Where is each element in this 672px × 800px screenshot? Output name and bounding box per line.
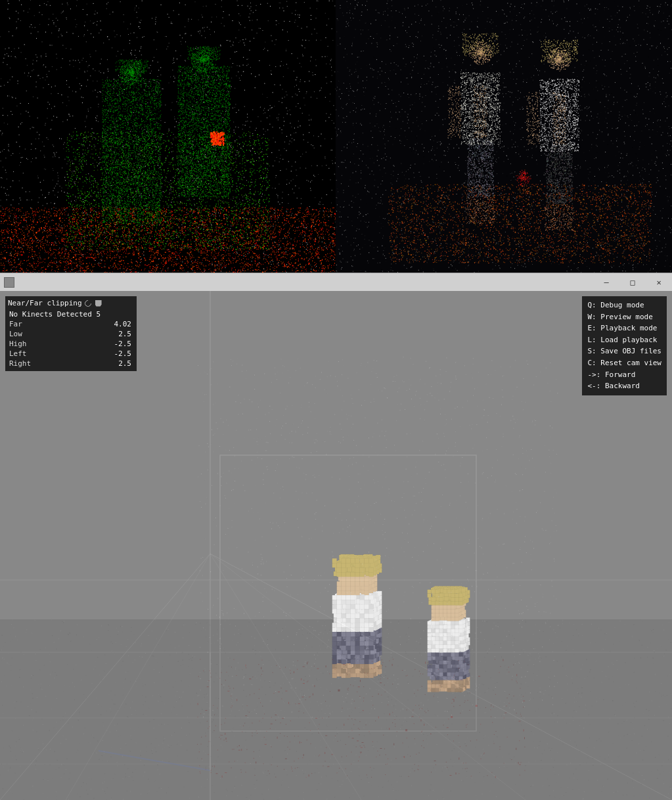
maximize-button[interactable]: □ <box>619 273 646 292</box>
depth-view <box>0 0 336 273</box>
right-row: Right <box>8 359 134 368</box>
hint-forward: ->: Forward <box>587 369 661 381</box>
hint-l: L: Load playback <box>587 334 661 346</box>
hint-backward: <-: Backward <box>587 380 661 392</box>
low-label: Low <box>9 330 35 338</box>
window-controls: — □ ✕ <box>593 273 672 292</box>
viewport-3d[interactable]: Near/Far clipping No Kinects Detected 5 … <box>0 291 672 800</box>
depth-canvas <box>0 0 336 273</box>
kinect-status-row: No Kinects Detected 5 <box>8 309 134 319</box>
hint-s: S: Save OBJ files <box>587 345 661 357</box>
panel-header: Near/Far clipping <box>8 299 134 307</box>
low-input[interactable] <box>93 330 133 338</box>
far-input[interactable] <box>93 320 133 328</box>
rgb-view <box>336 0 672 273</box>
bottom-section: — □ ✕ <box>0 273 672 800</box>
high-label: High <box>9 340 35 348</box>
key-hints: Q: Debug mode W: Preview mode E: Playbac… <box>582 296 667 395</box>
right-label: Right <box>9 359 35 368</box>
save-icon <box>95 300 102 307</box>
left-label: Left <box>9 349 35 358</box>
left-row: Left <box>8 349 134 359</box>
top-section <box>0 0 672 273</box>
minimize-button[interactable]: — <box>593 273 619 292</box>
window-icon <box>4 277 14 288</box>
hint-c: C: Reset cam view <box>587 357 661 369</box>
right-input[interactable] <box>93 359 133 368</box>
control-panel: Near/Far clipping No Kinects Detected 5 … <box>5 296 137 371</box>
rgb-canvas <box>336 0 672 273</box>
close-button[interactable]: ✕ <box>646 273 672 292</box>
refresh-icon <box>83 298 93 307</box>
hint-w: W: Preview mode <box>587 311 661 323</box>
title-bar: — □ ✕ <box>0 273 672 291</box>
left-input[interactable] <box>93 349 133 358</box>
kinect-status: No Kinects Detected 5 <box>9 310 101 319</box>
hint-e: E: Playback mode <box>587 322 661 334</box>
far-row: Far <box>8 319 134 329</box>
high-row: High <box>8 339 134 349</box>
far-label: Far <box>9 320 35 328</box>
high-input[interactable] <box>93 340 133 348</box>
panel-title: Near/Far clipping <box>8 299 82 307</box>
low-row: Low <box>8 329 134 339</box>
hint-q: Q: Debug mode <box>587 300 661 311</box>
